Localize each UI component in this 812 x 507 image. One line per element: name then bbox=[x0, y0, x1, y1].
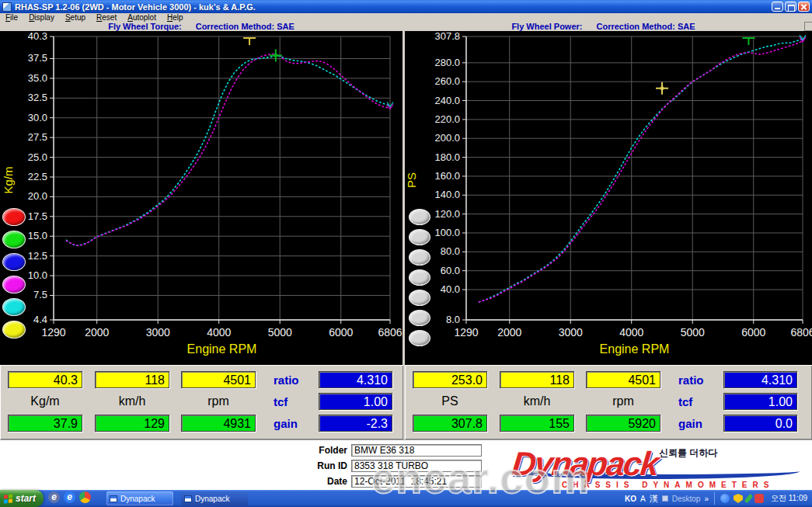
start-button-label: start bbox=[16, 493, 36, 504]
taskbar: start e e Dynapack Dynapack KO A 漢 Deskt… bbox=[0, 490, 812, 507]
dyno-app-window: RHAS-SP 1.2-06 (2WD - Motor Vehicle 3000… bbox=[0, 0, 812, 507]
y-tick-label: 7.5 bbox=[33, 289, 47, 300]
rpm-unit-label: rpm bbox=[586, 394, 660, 408]
start-button[interactable]: start bbox=[0, 490, 44, 507]
tray-security-shield-icon[interactable] bbox=[734, 494, 743, 503]
power-channel-button-4[interactable] bbox=[409, 269, 430, 286]
y-tick-label: 20.0 bbox=[28, 190, 47, 202]
power-chart-panel: 307.8280.0260.0240.0220.0200.0180.0160.0… bbox=[405, 31, 812, 365]
torque-channel-button-6[interactable] bbox=[2, 321, 26, 339]
internet-explorer-icon[interactable]: e bbox=[64, 491, 75, 503]
x-tick-label: 5000 bbox=[681, 326, 705, 339]
torque-plot[interactable]: 40.337.535.032.530.027.525.022.520.017.5… bbox=[0, 31, 403, 365]
window-doc-icon bbox=[110, 495, 117, 502]
torque-channel-button-2[interactable] bbox=[2, 231, 26, 248]
y-tick-label: 280.0 bbox=[434, 57, 460, 68]
power-correction-method: Correction Method: SAE bbox=[596, 22, 695, 31]
date-label: Date bbox=[295, 476, 351, 487]
run-id-input[interactable] bbox=[351, 460, 482, 472]
chart-header-strip: Fly Wheel Torque: Correction Method: SAE… bbox=[0, 22, 812, 31]
torque-channel-buttons bbox=[2, 208, 26, 339]
torque-chart-header: Fly Wheel Torque: Correction Method: SAE bbox=[0, 22, 403, 31]
restore-button[interactable] bbox=[785, 2, 796, 12]
tcf-value-field: 1.00 bbox=[723, 393, 797, 410]
tray-pen-icon[interactable] bbox=[744, 494, 754, 503]
tray-speaker-icon[interactable] bbox=[754, 494, 764, 503]
titlebar: RHAS-SP 1.2-06 (2WD - Motor Vehicle 3000… bbox=[0, 0, 812, 13]
close-button[interactable] bbox=[798, 2, 810, 12]
torque-channel-button-1[interactable] bbox=[2, 208, 26, 226]
torque-chart-panel: 40.337.535.032.530.027.525.022.520.017.5… bbox=[0, 31, 403, 365]
x-tick-label: 1290 bbox=[41, 326, 65, 339]
taskbar-button-dynapack[interactable]: Dynapack bbox=[181, 491, 248, 505]
torque-channel-button-5[interactable] bbox=[2, 298, 26, 316]
window-title: RHAS-SP 1.2-06 (2WD - Motor Vehicle 3000… bbox=[15, 2, 770, 12]
date-input[interactable] bbox=[351, 475, 482, 488]
tray-update-icon[interactable] bbox=[720, 494, 730, 503]
power-channel-button-3[interactable] bbox=[409, 249, 430, 266]
taskbar-button-dynapack-active[interactable]: Dynapack bbox=[106, 491, 173, 505]
tcf-value-field: 1.00 bbox=[319, 393, 392, 410]
ime-hanja-indicator[interactable]: 漢 bbox=[650, 493, 658, 505]
window-doc-icon bbox=[184, 495, 192, 502]
rpm-cursor-value-field: 4501 bbox=[181, 371, 256, 388]
menu-file[interactable]: File bbox=[0, 13, 23, 22]
y-tick-label: 140.0 bbox=[434, 189, 460, 200]
taskbar-clock[interactable]: 오전 11:09 bbox=[771, 493, 807, 504]
ime-mode-indicator[interactable]: A bbox=[640, 495, 646, 503]
speed-peak-value-field: 129 bbox=[95, 415, 169, 432]
power-readout-panel: 253.0 118 4501 PS km/h rpm 307.8 155 592… bbox=[405, 365, 812, 439]
power-channel-button-1[interactable] bbox=[409, 209, 430, 225]
folder-input[interactable] bbox=[351, 444, 482, 457]
x-tick-label: 6806 bbox=[790, 326, 812, 339]
menu-help[interactable]: Help bbox=[162, 13, 189, 22]
gain-value-field: 0.0 bbox=[723, 415, 797, 432]
y-tick-label: 60.0 bbox=[441, 265, 460, 276]
y-tick-label: 30.0 bbox=[28, 112, 47, 123]
dynapack-logo: Dynapack CHASSIS DYNAMOMETERS bbox=[509, 443, 810, 490]
y-tick-label: 180.0 bbox=[434, 151, 460, 163]
rpm-peak-value-field: 4931 bbox=[181, 415, 256, 432]
power-channel-button-7[interactable] bbox=[409, 330, 430, 346]
chrome-icon[interactable] bbox=[79, 491, 91, 503]
power-plot[interactable]: 307.8280.0260.0240.0220.0200.0180.0160.0… bbox=[405, 31, 812, 365]
speed-cursor-value-field: 118 bbox=[95, 371, 169, 388]
y-tick-label: 240.0 bbox=[434, 95, 460, 106]
tray-separator bbox=[714, 492, 715, 505]
gain-label: gain bbox=[274, 417, 312, 430]
quick-launch-app-icon[interactable]: e bbox=[48, 491, 60, 503]
torque-channel-button-3[interactable] bbox=[2, 253, 26, 271]
menu-autoplot[interactable]: Autoplot bbox=[122, 13, 162, 22]
y-axis-title: PS bbox=[405, 172, 418, 188]
language-indicator[interactable]: KO bbox=[625, 495, 636, 503]
y-tick-label: 220.0 bbox=[434, 113, 460, 125]
gain-value-field: -2.3 bbox=[319, 415, 392, 432]
system-tray: KO A 漢 Desktop » 오전 11:09 bbox=[619, 490, 812, 507]
x-tick-label: 6000 bbox=[741, 326, 765, 339]
x-tick-label: 6806 bbox=[378, 326, 402, 339]
x-tick-label: 2000 bbox=[497, 326, 521, 339]
x-tick-label: 1290 bbox=[454, 326, 478, 339]
toolbar-chevron-icon[interactable]: » bbox=[704, 495, 709, 503]
power-channel-button-6[interactable] bbox=[409, 310, 430, 326]
menu-display[interactable]: Display bbox=[23, 13, 60, 22]
menu-setup[interactable]: Setup bbox=[60, 13, 91, 22]
menu-reset[interactable]: Reset bbox=[91, 13, 122, 22]
power-channel-button-2[interactable] bbox=[409, 229, 430, 245]
scrollbar-corner bbox=[804, 22, 812, 31]
torque-correction-method: Correction Method: SAE bbox=[196, 22, 294, 31]
ime-options-icon[interactable] bbox=[662, 495, 668, 502]
minimize-button[interactable] bbox=[772, 2, 783, 12]
x-tick-label: 3000 bbox=[146, 326, 170, 339]
torque-channel-button-4[interactable] bbox=[2, 276, 26, 293]
run-info-area: Folder Run ID Date Dynapack CHASSIS DYNA… bbox=[0, 439, 812, 490]
y-tick-label: 80.0 bbox=[441, 245, 460, 257]
power-channel-button-5[interactable] bbox=[409, 290, 430, 306]
y-tick-label: 4.4 bbox=[33, 314, 47, 325]
x-tick-label: 5000 bbox=[268, 326, 292, 339]
app-icon bbox=[2, 2, 12, 12]
dynapack-logo-text: Dynapack bbox=[510, 445, 659, 483]
power-unit-label: PS bbox=[413, 394, 487, 408]
ratio-value-field: 4.310 bbox=[723, 371, 797, 388]
desktop-toolbar-label[interactable]: Desktop bbox=[672, 495, 701, 503]
